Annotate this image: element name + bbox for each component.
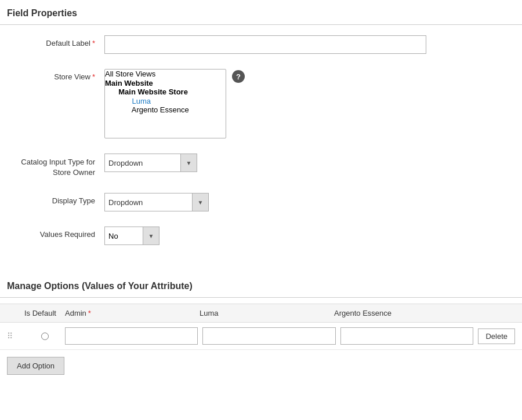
display-type-select-wrap: Dropdown Radio Buttons Checkboxes Multi-… xyxy=(104,193,209,211)
manage-options-container: Manage Options (Values of Your Attribute… xyxy=(0,269,522,382)
field-properties-form: Default Label* Store View* All Store Vie… xyxy=(0,25,522,267)
store-view-option-luma[interactable]: Luma xyxy=(105,97,226,106)
default-label-control xyxy=(104,35,510,54)
display-type-row: Display Type Dropdown Radio Buttons Chec… xyxy=(12,188,510,211)
values-required-select-wrap: No Yes ▼ xyxy=(104,227,160,245)
catalog-input-type-label: Catalog Input Type for Store Owner xyxy=(12,154,104,178)
default-label-label: Default Label* xyxy=(12,35,104,48)
store-view-option-all[interactable]: All Store Views xyxy=(105,70,226,79)
admin-required-star: * xyxy=(88,309,91,317)
catalog-input-type-control: Dropdown Text Field Text Area Date Yes/N… xyxy=(104,154,510,172)
display-type-select[interactable]: Dropdown Radio Buttons Checkboxes Multi-… xyxy=(105,196,192,209)
values-required-dropdown-btn[interactable]: ▼ xyxy=(143,227,159,244)
table-row: ⠿ Delete xyxy=(0,323,522,350)
values-required-label: Values Required xyxy=(12,227,104,239)
default-label-row: Default Label* xyxy=(12,31,510,54)
luma-value-input[interactable] xyxy=(202,327,335,345)
drag-handle-icon[interactable]: ⠿ xyxy=(7,331,24,341)
default-label-input[interactable] xyxy=(104,35,426,54)
header-argento: Argento Essence xyxy=(334,309,469,317)
manage-options-title: Manage Options (Values of Your Attribute… xyxy=(0,269,522,298)
display-type-dropdown-btn[interactable]: ▼ xyxy=(192,193,208,211)
store-view-row: Store View* All Store Views Main Website… xyxy=(12,64,510,138)
header-admin: Admin* xyxy=(65,309,200,317)
catalog-input-type-select-wrap: Dropdown Text Field Text Area Date Yes/N… xyxy=(104,154,197,172)
is-default-cell xyxy=(24,333,65,340)
values-required-select[interactable]: No Yes xyxy=(105,229,143,243)
catalog-input-type-dropdown-btn[interactable]: ▼ xyxy=(180,154,197,171)
catalog-input-type-select[interactable]: Dropdown Text Field Text Area Date Yes/N… xyxy=(105,156,180,170)
values-required-control: No Yes ▼ xyxy=(104,227,510,245)
display-type-control: Dropdown Radio Buttons Checkboxes Multi-… xyxy=(104,193,510,211)
add-option-button[interactable]: Add Option xyxy=(7,357,64,375)
store-view-help-icon[interactable]: ? xyxy=(232,70,245,83)
required-star-store: * xyxy=(92,72,95,81)
store-view-select[interactable]: All Store Views Main Website Main Websit… xyxy=(104,69,226,138)
admin-value-input[interactable] xyxy=(65,327,198,345)
header-is-default: Is Default xyxy=(24,309,65,317)
required-star: * xyxy=(92,39,95,48)
store-view-option-main-website[interactable]: Main Website xyxy=(105,79,226,88)
field-properties-title: Field Properties xyxy=(0,0,522,25)
is-default-radio[interactable] xyxy=(41,333,49,340)
display-type-label: Display Type xyxy=(12,193,104,205)
store-view-label: Store View* xyxy=(12,69,104,81)
catalog-input-type-row: Catalog Input Type for Store Owner Dropd… xyxy=(12,149,510,178)
delete-button[interactable]: Delete xyxy=(478,328,515,344)
header-luma: Luma xyxy=(200,309,334,317)
store-view-control: All Store Views Main Website Main Websit… xyxy=(104,69,510,138)
argento-value-input[interactable] xyxy=(340,327,473,345)
store-view-option-main-website-store[interactable]: Main Website Store xyxy=(105,87,226,97)
field-properties-container: Field Properties Default Label* Store Vi… xyxy=(0,0,522,267)
options-table-header: Is Default Admin* Luma Argento Essence xyxy=(0,304,522,323)
values-required-row: Values Required No Yes ▼ xyxy=(12,222,510,245)
store-view-option-argento[interactable]: Argento Essence xyxy=(105,105,226,115)
